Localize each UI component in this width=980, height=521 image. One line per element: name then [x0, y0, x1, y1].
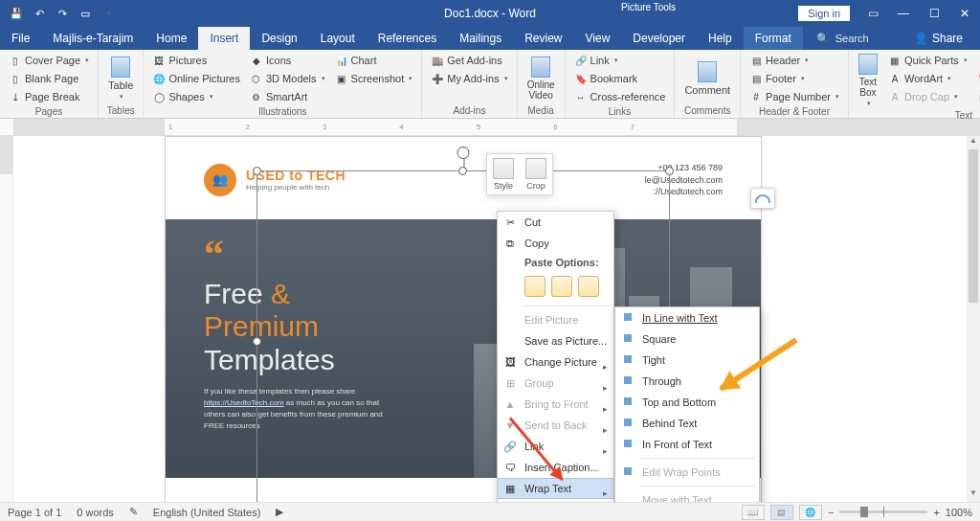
tab-insert[interactable]: Insert — [198, 27, 250, 50]
tab-review[interactable]: Review — [513, 27, 573, 50]
online-video-button[interactable]: Online Video — [523, 52, 559, 104]
blank-page-button[interactable]: ▯Blank Page — [6, 70, 92, 87]
wrap-tight[interactable]: Tight — [615, 350, 759, 371]
crop-button[interactable]: Crop — [520, 154, 552, 194]
vertical-ruler[interactable] — [0, 136, 13, 502]
chart-button[interactable]: 📊Chart — [332, 52, 416, 69]
link-button[interactable]: 🔗Link — [571, 52, 669, 69]
rotate-handle[interactable] — [457, 147, 470, 159]
wrap-inline[interactable]: In Line with Text — [615, 307, 759, 328]
tab-design[interactable]: Design — [250, 27, 308, 50]
tab-layout[interactable]: Layout — [309, 27, 367, 50]
get-addins-button[interactable]: 🏬Get Add-ins — [428, 52, 510, 69]
status-language[interactable]: English (United States) — [153, 507, 261, 518]
minimize-icon[interactable]: — — [888, 0, 919, 27]
search-box[interactable]: 🔍Search — [816, 33, 869, 45]
page-number-button[interactable]: #Page Number — [746, 88, 842, 105]
redo-icon[interactable]: ↷ — [52, 3, 73, 24]
my-addins-button[interactable]: ➕My Add-ins — [428, 70, 510, 87]
page-break-button[interactable]: ⤓Page Break — [6, 88, 92, 105]
wordart-button[interactable]: AWordArt — [885, 70, 970, 87]
pictures-button[interactable]: 🖼Pictures — [149, 52, 243, 69]
video-icon — [531, 57, 550, 78]
tab-developer[interactable]: Developer — [621, 27, 697, 50]
table-button[interactable]: Table — [104, 52, 137, 104]
handle-n[interactable] — [458, 167, 467, 175]
wrap-behind-text[interactable]: Behind Text — [615, 413, 759, 434]
textbox-button[interactable]: Text Box — [855, 52, 881, 109]
layout-options-button[interactable] — [750, 188, 775, 209]
save-icon[interactable]: 💾 — [6, 3, 27, 24]
smartart-button[interactable]: ⚙SmartArt — [247, 88, 328, 105]
menu-copy[interactable]: ⧉Copy — [498, 233, 613, 254]
zoom-out-button[interactable]: − — [828, 507, 834, 518]
comment-button[interactable]: Comment — [680, 52, 734, 104]
3d-models-button[interactable]: ⬡3D Models — [247, 70, 328, 87]
paste-keep-formatting[interactable] — [524, 276, 546, 297]
scroll-thumb[interactable] — [969, 149, 978, 303]
zoom-level[interactable]: 100% — [946, 507, 972, 518]
zoom-slider[interactable] — [839, 510, 927, 513]
sign-in-button[interactable]: Sign in — [798, 6, 850, 21]
bring-front-icon: ▲ — [502, 398, 518, 410]
header-button[interactable]: ▤Header — [746, 52, 842, 69]
header-icon: ▤ — [749, 54, 763, 67]
share-button[interactable]: 👤Share — [914, 32, 963, 45]
footer-button[interactable]: ▤Footer — [746, 70, 842, 87]
view-web-layout[interactable]: 🌐 — [799, 505, 822, 520]
online-pictures-button[interactable]: 🌐Online Pictures — [149, 70, 243, 87]
tab-view[interactable]: View — [574, 27, 622, 50]
drop-cap-button[interactable]: ADrop Cap — [885, 88, 970, 105]
cover-page-button[interactable]: ▯Cover Page — [6, 52, 92, 69]
tab-majlis[interactable]: Majlis-e-Tarajim — [41, 27, 145, 50]
object-button[interactable]: ▣Object — [974, 88, 980, 105]
ribbon-options-icon[interactable]: ▭ — [858, 0, 888, 27]
undo-icon[interactable]: ↶ — [29, 3, 50, 24]
status-words[interactable]: 0 words — [77, 507, 114, 518]
status-proofing-icon[interactable]: ✎ — [129, 506, 138, 518]
icons-button[interactable]: ◆Icons — [247, 52, 328, 69]
status-page[interactable]: Page 1 of 1 — [8, 507, 61, 518]
document-canvas[interactable]: 👥 USED to TECH Helping people with tech … — [0, 136, 967, 502]
date-time-button[interactable]: 📅Date & Time — [974, 70, 980, 87]
view-print-layout[interactable]: ▤ — [770, 505, 793, 520]
view-read-mode[interactable]: 📖 — [742, 505, 765, 520]
qat-more-icon[interactable]: ▭ — [75, 3, 96, 24]
tab-home[interactable]: Home — [145, 27, 198, 50]
scroll-down-icon[interactable]: ▼ — [967, 488, 980, 502]
tab-format[interactable]: Format — [744, 27, 803, 50]
tab-mailings[interactable]: Mailings — [448, 27, 513, 50]
handle-nw[interactable] — [253, 167, 261, 175]
maximize-icon[interactable]: ☐ — [919, 0, 949, 27]
qat-customize-icon[interactable] — [98, 3, 119, 24]
tab-references[interactable]: References — [367, 27, 448, 50]
link-icon: 🔗 — [574, 54, 588, 67]
status-macros-icon[interactable]: ▶ — [276, 506, 283, 518]
screenshot-button[interactable]: ▣Screenshot — [332, 70, 416, 87]
tab-file[interactable]: File — [0, 27, 41, 50]
tab-help[interactable]: Help — [697, 27, 744, 50]
style-button[interactable]: Style — [487, 154, 520, 194]
menu-cut[interactable]: ✂Cut — [498, 212, 613, 233]
vertical-scrollbar[interactable]: ▲ ▼ — [967, 136, 980, 502]
wrap-in-front[interactable]: In Front of Text — [615, 434, 759, 455]
close-icon[interactable]: ✕ — [949, 0, 980, 27]
shapes-button[interactable]: ◯Shapes — [149, 88, 243, 105]
wrap-square[interactable]: Square — [615, 328, 759, 350]
menu-link[interactable]: 🔗Link — [498, 436, 613, 457]
cross-ref-button[interactable]: ↔Cross-reference — [571, 88, 669, 105]
wrap-top-bottom[interactable]: Top and Bottom — [615, 392, 759, 413]
paste-picture[interactable] — [578, 276, 599, 297]
menu-change-picture[interactable]: 🖼Change Picture — [498, 351, 613, 373]
handle-ne[interactable] — [665, 167, 674, 175]
quick-parts-button[interactable]: ▦Quick Parts — [885, 52, 970, 69]
paste-merge[interactable] — [551, 276, 572, 297]
handle-w[interactable] — [253, 337, 261, 346]
bookmark-button[interactable]: 🔖Bookmark — [571, 70, 669, 87]
menu-save-as-picture[interactable]: Save as Picture... — [498, 330, 613, 351]
scroll-up-icon[interactable]: ▲ — [967, 136, 980, 149]
signature-line-button[interactable]: ✎Signature Line — [974, 52, 980, 69]
horizontal-ruler[interactable]: 1234567 — [0, 119, 980, 136]
zoom-in-button[interactable]: + — [933, 507, 939, 518]
mini-toolbar: Style Crop — [486, 153, 553, 195]
